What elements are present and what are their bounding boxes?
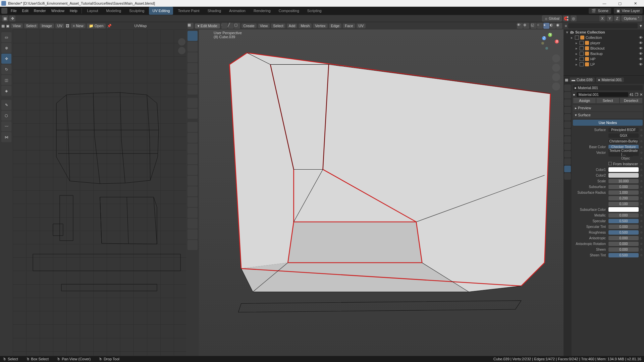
shading-solid-icon[interactable]: ●	[543, 23, 549, 29]
max-button[interactable]: ▢	[612, 0, 627, 7]
assign-button[interactable]: Assign	[573, 98, 596, 104]
number-field[interactable]: 0.200	[608, 196, 639, 200]
deselect-button[interactable]: Deselect	[620, 98, 643, 104]
number-field[interactable]: 0.000	[608, 185, 639, 189]
cursor-tool-icon[interactable]: ✥	[9, 15, 15, 21]
menu-render[interactable]: Render	[32, 7, 48, 15]
ptab-scene[interactable]	[564, 107, 571, 113]
dropdown[interactable]: Principled BSDF	[608, 128, 639, 132]
vp-uv-menu[interactable]: UV	[357, 23, 366, 28]
shading-wire-icon[interactable]: ○	[537, 23, 543, 29]
number-field[interactable]: 1.000	[608, 190, 639, 195]
vp-bevel-tool[interactable]	[187, 154, 198, 164]
uv-move-tool[interactable]: ✥	[1, 54, 11, 64]
tab-modeling[interactable]: Modeling	[103, 7, 125, 15]
open-image-button[interactable]: 📁 Open	[87, 23, 106, 28]
tab-sculpting[interactable]: Sculpting	[126, 7, 148, 15]
tab-compositing[interactable]: Compositing	[275, 7, 303, 15]
sel-vertex-icon[interactable]: ·	[221, 23, 227, 29]
vp-vertex-menu[interactable]: Vertex	[313, 23, 327, 28]
dropdown[interactable]: Texture Coordinate | ...	[608, 148, 639, 157]
nav-gizmo[interactable]: X Y Z	[540, 32, 560, 52]
blender-logo-icon[interactable]	[1, 8, 7, 14]
nav-pan-icon[interactable]	[552, 64, 560, 72]
ptab-viewlayer[interactable]	[564, 99, 571, 106]
vp-face-menu[interactable]: Face	[343, 23, 355, 28]
number-field[interactable]: 0.000	[608, 213, 639, 218]
number-field[interactable]: 0.000	[608, 247, 639, 252]
number-field[interactable]: 0.100	[608, 202, 639, 206]
dropdown[interactable]: GGX	[608, 133, 639, 138]
material-unlink-icon[interactable]: ✕	[640, 93, 643, 97]
outliner-item[interactable]: ▸HP👁	[564, 56, 644, 62]
vp-cursor-tool[interactable]	[187, 42, 198, 52]
ptab-constraints[interactable]	[564, 151, 571, 158]
outliner-item[interactable]: ▸LP👁	[564, 62, 644, 67]
editor-type-icon[interactable]: ▦	[2, 15, 8, 21]
menu-file[interactable]: File	[9, 7, 19, 15]
outliner-type-icon[interactable]: ≡	[565, 24, 567, 28]
vp-view-menu[interactable]: View	[258, 23, 270, 28]
vp-inset-tool[interactable]	[187, 143, 198, 154]
nav-zoom-icon[interactable]	[552, 54, 560, 62]
uv-view-menu[interactable]: View	[11, 23, 23, 28]
color-swatch[interactable]	[608, 167, 639, 172]
ptab-world[interactable]	[564, 114, 571, 121]
shading-lookdev-icon[interactable]: ◐	[550, 23, 556, 29]
close-button[interactable]: ✕	[628, 0, 643, 7]
uv-transform-tool[interactable]: ◈	[1, 86, 11, 96]
ptab-output[interactable]	[564, 92, 571, 99]
propedit-icon[interactable]: ◎	[571, 15, 577, 21]
xyz-z-toggle[interactable]: Z	[614, 15, 620, 21]
number-field[interactable]: 0.000	[608, 242, 639, 246]
snap-icon[interactable]: 🧲	[563, 15, 569, 21]
menu-window[interactable]: Window	[49, 7, 66, 15]
ptab-physics[interactable]	[564, 143, 571, 150]
nav-camera-icon[interactable]	[552, 73, 560, 81]
pin-icon[interactable]: 📌	[107, 24, 112, 28]
mode-selector[interactable]: ▾ Edit Mode	[195, 23, 220, 28]
vp-loopcut-tool[interactable]	[187, 165, 198, 175]
xray-icon[interactable]: ◱	[531, 23, 537, 29]
outliner-item[interactable]: ▸player👁	[564, 40, 644, 46]
material-slot[interactable]: ●Material.001	[573, 85, 643, 90]
object-field[interactable]	[633, 156, 639, 161]
tab-rendering[interactable]: Rendering	[250, 7, 274, 15]
vp-smooth-tool[interactable]	[187, 208, 198, 218]
uv-editor-type-icon[interactable]: ▦	[1, 24, 5, 28]
new-image-button[interactable]: + New	[71, 23, 86, 28]
color-swatch[interactable]	[608, 207, 639, 212]
vp-rip-tool[interactable]	[187, 240, 198, 250]
select-button[interactable]: Select	[596, 98, 619, 104]
breadcrumb-material[interactable]: ●Material.001	[596, 77, 624, 82]
vp-knife-tool[interactable]	[187, 176, 198, 186]
tab-uvediting[interactable]: UV Editing	[149, 7, 173, 15]
options-button[interactable]: Options ˅	[622, 15, 642, 21]
ptab-texture[interactable]	[564, 173, 571, 180]
number-field[interactable]: 10.000	[608, 179, 639, 183]
vp-select-tool[interactable]	[187, 31, 198, 41]
vp-edgeslide-tool[interactable]	[187, 219, 198, 229]
number-field[interactable]: 0.500	[608, 219, 639, 223]
vp-move-tool[interactable]	[187, 52, 198, 62]
outliner-root[interactable]: ▾🗁Scene Collection	[564, 29, 644, 35]
min-button[interactable]: —	[597, 0, 612, 7]
uv-scale-tool[interactable]: ◫	[1, 75, 11, 85]
number-field[interactable]: 0.000	[608, 236, 639, 240]
vp-create-menu[interactable]: Create	[241, 23, 257, 28]
scene-selector[interactable]: 🎬Scene	[589, 8, 611, 14]
tab-layout[interactable]: Layout	[84, 7, 102, 15]
gizmo-toggle-icon[interactable]: ⊕	[523, 23, 529, 29]
number-field[interactable]: 0.500	[608, 230, 639, 235]
shading-render-icon[interactable]: ◉	[556, 23, 562, 29]
ptab-particles[interactable]	[564, 136, 571, 143]
uv-image-menu[interactable]: Image	[40, 23, 54, 28]
tab-shading[interactable]: Shading	[204, 7, 224, 15]
vp-polybuild-tool[interactable]	[187, 186, 198, 196]
material-name-field[interactable]: Material.001	[577, 92, 628, 97]
number-field[interactable]: 0.000	[608, 225, 639, 229]
tab-scripting[interactable]: Scripting	[304, 7, 325, 15]
tab-animation[interactable]: Animation	[226, 7, 249, 15]
uv-select-tool[interactable]: ▭	[1, 32, 11, 42]
vp-mesh-menu[interactable]: Mesh	[299, 23, 312, 28]
